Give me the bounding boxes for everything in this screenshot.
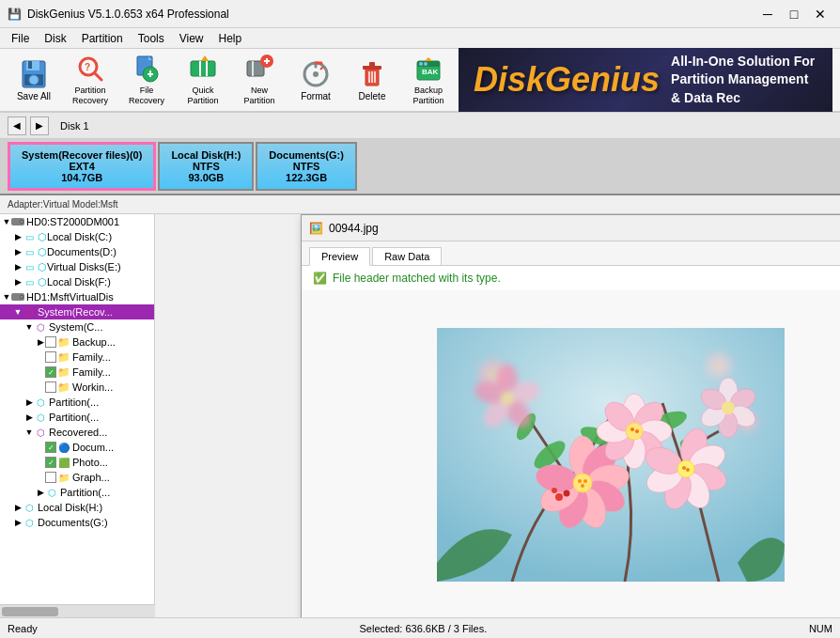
svg-rect-13 [191,61,215,76]
tree-scroll[interactable]: ▼ HD0:ST2000DM001 ▶ ▭ ⬡ Local Disk(C:) ▶… [0,214,154,617]
expand-c[interactable]: ▶ [13,232,23,241]
menu-partition[interactable]: Partition [74,30,131,47]
disk-next-button[interactable]: ▶ [30,117,49,135]
new-partition-button[interactable]: New Partition [233,53,286,107]
maximize-button[interactable]: □ [782,5,806,23]
delete-button[interactable]: Delete [346,53,398,107]
partition-sc-icon: ⬡ [34,320,47,334]
tree-label-system-recover: System(Recov... [38,306,113,318]
brand-logo: DiskGenius [474,60,660,100]
file-recovery-button[interactable]: File Recovery [120,53,173,107]
horizontal-scrollbar-thumb[interactable] [2,607,58,616]
tree-label-photo: Photo... [72,457,108,468]
float-titlebar[interactable]: 🖼️ 00944.jpg ─ □ ✕ [302,215,840,241]
tree-label-e: Virtual Disks(E:) [47,261,121,272]
tree-item-system-c[interactable]: ▼ ⬡ System(C... [0,319,154,335]
tree-item-part3[interactable]: ▶ ⬡ Partition(... [0,485,154,500]
bottom-scrollbar[interactable] [0,604,155,617]
expand-part2[interactable]: ▶ [24,412,34,422]
float-content: ✅ File header matched with its type. [302,266,840,617]
backup-partition-button[interactable]: BAK Backup Partition [402,53,455,107]
expand-e[interactable]: ▶ [13,262,23,272]
folder-family1-icon: 📁 [57,350,70,364]
tree-item-backup[interactable]: ▶ 📁 Backup... [0,335,154,350]
backup-partition-icon: BAK [413,54,443,84]
expand-recovered[interactable]: ▼ [24,428,34,437]
tree-item-hd0[interactable]: ▼ HD0:ST2000DM001 [0,214,154,229]
tree-item-working[interactable]: 📁 Workin... [0,380,154,395]
menu-tools[interactable]: Tools [131,30,172,47]
minimize-button[interactable]: ─ [755,5,780,23]
expand-part1[interactable]: ▶ [24,397,34,407]
partition-recovery-button[interactable]: ? Partition Recovery [64,53,117,107]
partition-g-icon: ⬡ [23,516,36,529]
expand-backup[interactable]: ▶ [36,337,45,347]
partition-tab-documents-g[interactable]: Documents(G:) NTFS 122.3GB [256,142,356,191]
expand-hd0[interactable]: ▼ [2,217,11,226]
partition-tab-system[interactable]: System(Recover files)(0) EXT4 104.7GB [8,142,156,191]
svg-point-35 [419,62,423,66]
tree-item-recovered[interactable]: ▼ ⬡ Recovered... [0,425,154,440]
tree-label-part2: Partition(... [49,412,99,423]
tree-item-f[interactable]: ▶ ▭ ⬡ Local Disk(F:) [0,274,154,289]
tree-item-system-recover[interactable]: ▼ ⬡ System(Recov... [0,304,154,319]
tree-item-d[interactable]: ▶ ▭ ⬡ Documents(D:) [0,244,154,259]
float-tab-preview[interactable]: Preview [309,247,370,266]
tree-item-g[interactable]: ▶ ⬡ Documents(G:) [0,515,154,530]
app-icon: 💾 [8,8,22,21]
menu-disk[interactable]: Disk [37,30,73,47]
checkbox-photo[interactable]: ✓ [45,457,56,468]
checkbox-backup[interactable] [45,336,56,348]
svg-point-93 [677,460,694,477]
adapter-text: Adapter:Virtual Model:Msft [8,199,118,210]
partition-1-icon: ⬡ [34,396,47,409]
svg-point-41 [21,221,23,223]
expand-hd1[interactable]: ▼ [2,292,11,302]
partition-tab-name-1: Local Disk(H:) [171,149,241,161]
tree-item-hd1[interactable]: ▼ HD1:MsftVirtualDis [0,289,154,304]
title-bar-controls[interactable]: ─ □ ✕ [755,5,832,23]
format-button[interactable]: Format [289,53,342,107]
partition-tab-size-1: 93.0GB [188,172,224,183]
disk-prev-button[interactable]: ◀ [8,117,26,135]
close-button[interactable]: ✕ [808,5,832,23]
expand-h[interactable]: ▶ [13,503,23,512]
partition-tab-local-h[interactable]: Local Disk(H:) NTFS 93.0GB [158,142,254,191]
expand-system-recover[interactable]: ▼ [13,307,23,317]
checkbox-family1[interactable] [45,351,56,363]
partition-recovery-label: Partition Recovery [66,86,115,106]
tree-item-doc[interactable]: ✓ 🔵 Docum... [0,440,154,455]
tree-label-hd0: HD0:ST2000DM001 [26,216,119,227]
svg-point-24 [313,71,319,77]
tree-item-e[interactable]: ▶ ▭ ⬡ Virtual Disks(E:) [0,259,154,274]
svg-point-83 [626,423,643,440]
title-bar: 💾 DiskGenius V5.1.0.653 x64 Professional… [0,0,840,28]
tree-item-h[interactable]: ▶ ⬡ Local Disk(H:) [0,500,154,515]
checkbox-family2[interactable]: ✓ [45,366,56,378]
tree-item-photo[interactable]: ✓ 🟩 Photo... [0,455,154,470]
checkbox-doc[interactable]: ✓ [45,442,56,453]
app-title: DiskGenius V5.1.0.653 x64 Professional [27,8,229,21]
expand-f[interactable]: ▶ [13,277,23,287]
svg-point-84 [630,428,634,431]
menu-view[interactable]: View [172,30,211,47]
expand-part3[interactable]: ▶ [36,488,45,497]
expand-system-c[interactable]: ▼ [24,322,34,332]
quick-partition-button[interactable]: Quick Partition [177,53,229,107]
expand-g[interactable]: ▶ [13,518,23,527]
tree-item-graph[interactable]: 📁 Graph... [0,470,154,485]
checkbox-graph[interactable] [45,472,56,483]
checkbox-working[interactable] [45,381,56,393]
menu-file[interactable]: File [4,30,37,47]
tree-item-part2[interactable]: ▶ ⬡ Partition(... [0,410,154,425]
save-all-button[interactable]: Save All [8,53,60,107]
tree-item-part1[interactable]: ▶ ⬡ Partition(... [0,395,154,410]
tree-item-family1[interactable]: 📁 Family... [0,350,154,365]
float-tab-rawdata[interactable]: Raw Data [372,247,442,265]
tree-item-family2[interactable]: ✓ 📁 Family... [0,365,154,380]
expand-d[interactable]: ▶ [13,247,23,257]
menu-help[interactable]: Help [211,30,250,47]
tree-item-c[interactable]: ▶ ▭ ⬡ Local Disk(C:) [0,229,154,244]
svg-point-108 [501,392,514,405]
svg-text:?: ? [85,62,90,72]
